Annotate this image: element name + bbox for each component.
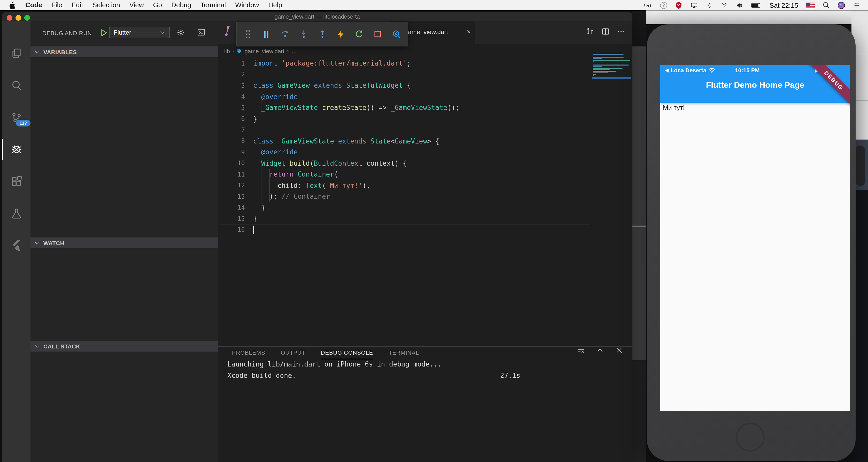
code-line-5[interactable]: 5 _GameViewState createState() => _GameV…: [218, 102, 632, 113]
menu-item-debug[interactable]: Debug: [167, 0, 196, 10]
widget-inspector-icon[interactable]: [391, 27, 402, 41]
configure-gear-button[interactable]: [177, 28, 185, 37]
section-header-variables[interactable]: VARIABLES: [30, 46, 218, 57]
activity-flutter[interactable]: [2, 232, 30, 259]
code-line-2[interactable]: 2: [218, 69, 632, 80]
code-line-16[interactable]: 16: [218, 224, 632, 235]
code-line-1[interactable]: 1import 'package:flutter/material.dart';: [218, 58, 632, 69]
step-into-icon[interactable]: [298, 27, 309, 41]
code-text: class GameView extends StatefulWidget {: [253, 82, 411, 90]
menu-item-edit[interactable]: Edit: [67, 0, 88, 10]
code-area[interactable]: 1import 'package:flutter/material.dart';…: [218, 58, 632, 235]
menu-item-help[interactable]: Help: [264, 0, 287, 10]
breadcrumb-symbol[interactable]: …: [291, 48, 297, 54]
code-text: Widget build(BuildContext context) {: [253, 160, 407, 167]
panel-divider[interactable]: [218, 346, 632, 347]
line-number: 3: [218, 82, 245, 89]
antivirus-shield-icon[interactable]: [676, 1, 682, 9]
status-bar-time: 10:15 PM: [660, 67, 834, 73]
step-over-icon[interactable]: [280, 27, 291, 41]
chevron-down-icon: [34, 49, 40, 55]
menu-item-code[interactable]: Code: [21, 0, 47, 10]
notification-list-icon[interactable]: [853, 2, 861, 8]
app-bar-title: Flutter Demo Home Page: [660, 80, 850, 90]
code-line-13[interactable]: 13 ); // Container: [218, 191, 632, 202]
breadcrumb-folder[interactable]: lib: [224, 48, 230, 54]
panel-tab-debug-console[interactable]: DEBUG CONSOLE: [321, 350, 373, 359]
keychain-icon[interactable]: [660, 1, 668, 9]
menu-item-view[interactable]: View: [125, 0, 149, 10]
volume-icon[interactable]: [736, 2, 744, 8]
more-actions-icon[interactable]: [617, 27, 625, 36]
indent-guide: [277, 180, 277, 191]
breadcrumb-file[interactable]: game_view.dart: [245, 48, 284, 54]
breadcrumb[interactable]: lib › game_view.dart › …: [224, 46, 297, 55]
menu-item-window[interactable]: Window: [230, 0, 264, 10]
clear-console-icon[interactable]: [577, 346, 585, 354]
code-line-10[interactable]: 10 Widget build(BuildContext context) {: [218, 158, 632, 169]
code-text: }: [253, 204, 265, 212]
code-line-15[interactable]: 15}: [218, 213, 632, 224]
code-line-7[interactable]: 7: [218, 124, 632, 135]
panel-tab-output[interactable]: OUTPUT: [281, 350, 305, 359]
window-titlebar[interactable]: game_view.dart — litelocadeserta: [2, 12, 632, 22]
close-panel-icon[interactable]: [615, 346, 623, 354]
start-debug-button[interactable]: [101, 29, 107, 37]
menu-item-file[interactable]: File: [47, 0, 67, 10]
section-header-call-stack[interactable]: CALL STACK: [30, 341, 218, 352]
code-text: import 'package:flutter/material.dart';: [253, 60, 411, 67]
panel-tab-problems[interactable]: PROBLEMS: [232, 350, 265, 359]
drag-grip-icon[interactable]: [242, 27, 254, 41]
home-button[interactable]: [736, 423, 765, 452]
eyeglasses-icon[interactable]: [644, 2, 652, 8]
airplay-display-icon[interactable]: [690, 2, 699, 8]
us-flag-icon[interactable]: [806, 2, 815, 8]
code-line-12[interactable]: 12 child: Text('Ми тут!'),: [218, 180, 632, 191]
pause-icon[interactable]: [261, 27, 272, 41]
panel-tab-terminal[interactable]: TERMINAL: [389, 350, 419, 359]
section-label: WATCH: [43, 240, 64, 246]
activity-extensions[interactable]: [2, 168, 30, 195]
menu-item-selection[interactable]: Selection: [88, 0, 125, 10]
activity-debug[interactable]: [2, 136, 30, 163]
activity-source-control[interactable]: 117: [2, 104, 30, 131]
activity-test-beaker[interactable]: [2, 200, 30, 227]
minimap[interactable]: [592, 53, 631, 88]
menu-clock[interactable]: Sat 22:15: [770, 1, 798, 9]
code-line-4[interactable]: 4 @override: [218, 91, 632, 102]
menu-items: CodeFileEditSelectionViewGoDebugTerminal…: [21, 0, 287, 10]
open-changes-icon[interactable]: [586, 27, 594, 36]
spotlight-search-icon[interactable]: [823, 2, 830, 9]
battery-icon[interactable]: [751, 2, 762, 8]
code-line-3[interactable]: 3class GameView extends StatefulWidget {: [218, 80, 632, 91]
menu-item-go[interactable]: Go: [149, 0, 167, 10]
stop-icon[interactable]: [372, 27, 383, 41]
tab-close-icon[interactable]: ×: [467, 28, 471, 36]
collapse-panel-icon[interactable]: [596, 346, 604, 354]
activity-search[interactable]: [2, 72, 30, 99]
wifi-icon[interactable]: [720, 2, 728, 8]
activity-explorer[interactable]: [2, 40, 30, 67]
menu-item-terminal[interactable]: Terminal: [196, 0, 230, 10]
split-editor-icon[interactable]: [601, 27, 610, 36]
step-out-icon[interactable]: [316, 27, 328, 41]
restart-icon[interactable]: [354, 27, 365, 41]
line-number: 14: [218, 204, 245, 211]
code-line-14[interactable]: 14 }: [218, 202, 632, 213]
debug-console-toggle-button[interactable]: [197, 28, 206, 37]
code-line-9[interactable]: 9 @override: [218, 146, 632, 158]
hot-reload-icon[interactable]: [335, 27, 346, 41]
code-line-11[interactable]: 11 return Container(: [218, 169, 632, 180]
launch-config-select[interactable]: Flutter: [109, 27, 170, 38]
desktop: CodeFileEditSelectionViewGoDebugTerminal…: [0, 0, 868, 462]
line-number: 8: [218, 138, 245, 145]
line-number: 2: [218, 71, 245, 78]
editor-area: game_view.dart × ! lib › game_view.dart …: [218, 21, 632, 462]
bluetooth-icon[interactable]: [707, 1, 712, 9]
panel-actions: [577, 346, 623, 354]
apple-menu-icon[interactable]: [9, 1, 16, 9]
code-line-6[interactable]: 6}: [218, 113, 632, 124]
siri-icon[interactable]: [838, 1, 845, 9]
code-line-8[interactable]: 8class _GameViewState extends State<Game…: [218, 135, 632, 146]
section-header-watch[interactable]: WATCH: [30, 237, 218, 248]
